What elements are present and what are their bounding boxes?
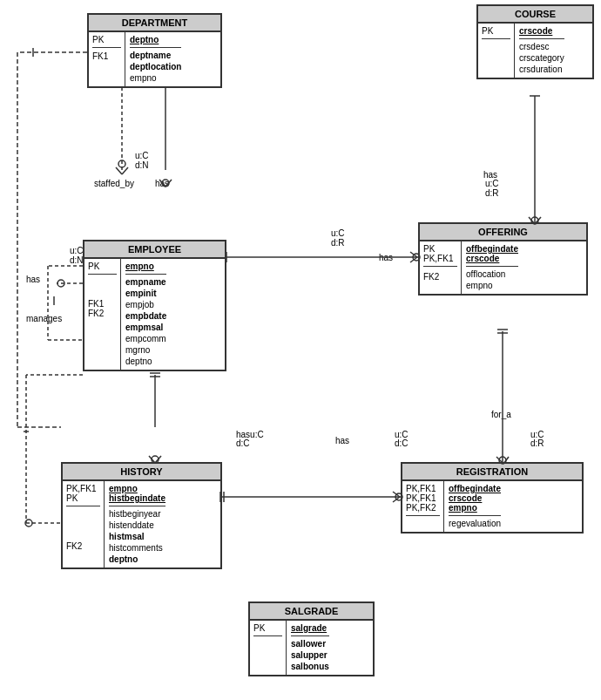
entity-offering: OFFERING PKPK,FK1 FK2 offbegindate crsco… [418,222,588,296]
manages-label: manages [26,314,62,323]
emp-attr4: empbdate [125,310,166,322]
course-pk-label: PK [482,26,510,39]
dept-pk-label: PK [92,35,121,48]
svg-line-23 [410,257,417,262]
uc-label2: u:C [485,179,499,188]
offering-title: OFFERING [420,224,586,241]
offering-pk-label: PKPK,FK1 [423,244,457,267]
sal-pk-label: PK [253,623,282,636]
history-pk2-attr: histbegindate [109,493,165,503]
uc-label3: u:C [135,151,149,160]
emp-pk-label: PK [88,262,117,275]
emp-fk2-label: FK2 [88,309,117,318]
course-title: COURSE [478,6,592,24]
course-attr3: crsduration [519,64,564,75]
salgrade-title: SALGRADE [250,603,373,621]
registration-title: REGISTRATION [402,464,582,481]
emp-attr2: empinit [125,288,166,299]
entity-registration: REGISTRATION PK,FK1PK,FK1PK,FK2 offbegin… [401,462,584,533]
uc-label4: u:C [70,246,84,255]
employee-title: EMPLOYEE [84,241,225,259]
history-title: HISTORY [63,464,220,481]
uc-label1: u:C [331,228,345,238]
dept-attr-empno: empno [130,72,181,84]
entity-department: DEPARTMENT PK FK1 deptno deptname deptlo… [87,13,222,88]
sal-attr3: salbonus [291,661,329,672]
history-attr5: deptno [109,554,165,565]
reg-pk-label: PK,FK1PK,FK1PK,FK2 [406,484,440,516]
offering-pk-attr2: crscode [466,254,518,263]
svg-point-17 [57,280,64,287]
course-attr2: crscategory [519,52,564,64]
history-attr2: histenddate [109,520,165,531]
emp-attr6: empcomm [125,333,166,344]
dr-label1: d:R [331,238,345,248]
dc-label5: d:C [395,438,409,448]
svg-line-40 [393,497,400,502]
emp-attr7: mgrno [125,344,166,356]
dept-pk-attr: deptno [130,35,181,48]
for-a-label: for_a [491,410,511,419]
reg-attr1: regevaluation [449,518,501,529]
sal-attr2: salupper [291,649,329,661]
svg-line-22 [410,252,417,257]
offering-fk2-label: FK2 [423,272,457,282]
history-attr1: histbeginyear [109,508,165,520]
has-label-hist: has [335,436,349,445]
entity-history: HISTORY PK,FK1PK FK2 empno histbegindate… [61,462,222,569]
history-attr3: histmsal [109,531,165,542]
history-attr4: histcomments [109,542,165,554]
history-pk1-attr: empno [109,484,165,493]
staffed-by-label: staffed_by [94,179,134,188]
dr-label6: d:R [530,438,544,448]
entity-salgrade: SALGRADE PK salgrade sallower salupper s… [248,601,375,676]
dept-fk1-label: FK1 [92,51,121,61]
has-label-dept-emp: has [155,179,169,188]
dr-label2: d:R [485,188,499,198]
department-title: DEPARTMENT [89,15,220,32]
dn-label2: d:N [70,255,84,265]
emp-fk1-label: FK1 [88,299,117,309]
emp-attr3: empjob [125,299,166,310]
sal-pk-attr: salgrade [291,623,329,636]
reg-pk-attr1: offbegindate [449,484,501,493]
svg-line-5 [116,167,122,174]
diagram-container: DEPARTMENT PK FK1 deptno deptname deptlo… [0,0,601,700]
has-label-left: has [26,275,40,284]
dept-attr-loc: deptlocation [130,61,181,72]
svg-line-6 [122,167,128,174]
history-fk2-label: FK2 [66,541,100,551]
offering-attr2: empno [466,280,518,291]
dept-attr-name: deptname [130,50,181,61]
svg-point-50 [25,520,32,527]
emp-attr5: empmsal [125,322,166,333]
offering-pk-attr1: offbegindate [466,244,518,254]
course-attr1: crsdesc [519,41,564,52]
emp-attr8: deptno [125,356,166,367]
entity-course: COURSE PK crscode crsdesc crscategory cr… [476,4,594,79]
emp-pk-attr: empno [125,262,166,275]
entity-employee: EMPLOYEE PK FK1 FK2 empno empname empini… [83,240,226,371]
reg-pk-attr3: empno [449,503,501,513]
emp-attr1: empname [125,276,166,288]
history-pk1-label: PK,FK1PK [66,484,100,506]
svg-line-39 [393,492,400,497]
sal-attr1: sallower [291,638,329,649]
svg-point-7 [118,160,125,167]
has-label-emp-off: has [379,253,393,262]
dn-label: d:N [135,160,149,170]
reg-pk-attr2: crscode [449,493,501,503]
course-pk-attr: crscode [519,26,564,39]
hasd-label: d:C [236,438,250,448]
offering-attr1: offlocation [466,268,518,280]
